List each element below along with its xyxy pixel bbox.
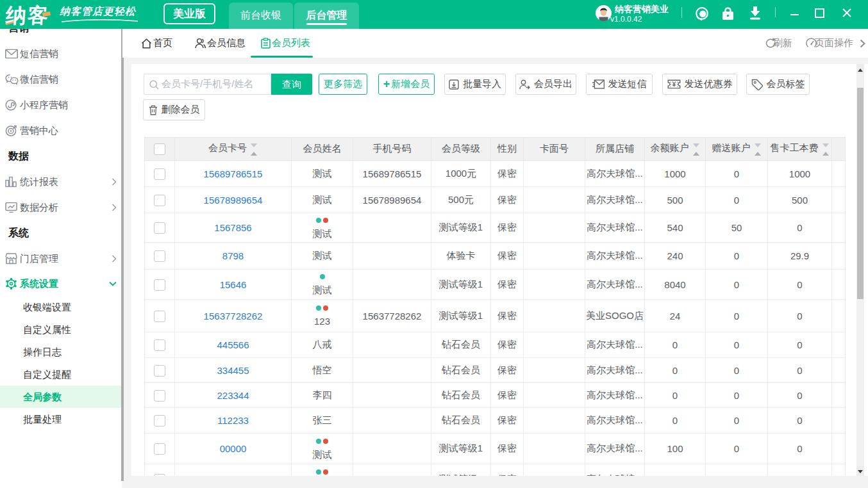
svg-text:纳客管店更轻松: 纳客管店更轻松 [60, 6, 136, 17]
